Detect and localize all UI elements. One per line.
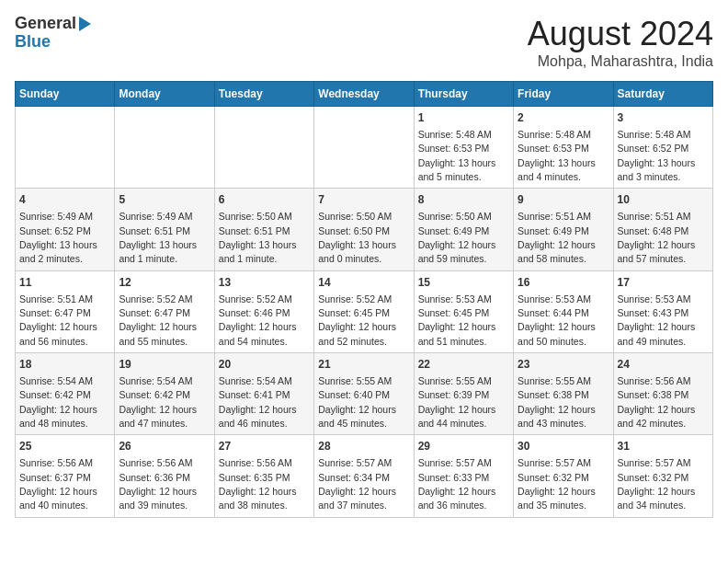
day-info: Sunrise: 5:51 AM Sunset: 6:48 PM Dayligh… <box>618 211 696 264</box>
day-number: 8 <box>418 192 509 208</box>
day-number: 13 <box>219 275 310 291</box>
weekday-header-tuesday: Tuesday <box>214 82 313 107</box>
day-info: Sunrise: 5:50 AM Sunset: 6:49 PM Dayligh… <box>418 211 496 264</box>
day-number: 23 <box>518 357 609 373</box>
day-info: Sunrise: 5:53 AM Sunset: 6:44 PM Dayligh… <box>518 293 596 347</box>
day-number: 2 <box>518 110 609 126</box>
day-info: Sunrise: 5:52 AM Sunset: 6:46 PM Dayligh… <box>219 293 297 347</box>
calendar-cell: 4Sunrise: 5:49 AM Sunset: 6:52 PM Daylig… <box>16 189 115 270</box>
day-number: 9 <box>518 192 609 208</box>
calendar-cell: 19Sunrise: 5:54 AM Sunset: 6:42 PM Dayli… <box>115 353 214 435</box>
day-info: Sunrise: 5:53 AM Sunset: 6:43 PM Dayligh… <box>618 293 696 347</box>
day-info: Sunrise: 5:53 AM Sunset: 6:45 PM Dayligh… <box>418 293 496 347</box>
day-number: 20 <box>219 357 310 373</box>
day-number: 29 <box>418 439 509 454</box>
calendar-cell: 17Sunrise: 5:53 AM Sunset: 6:43 PM Dayli… <box>613 270 712 352</box>
day-number: 14 <box>318 275 409 291</box>
day-info: Sunrise: 5:56 AM Sunset: 6:38 PM Dayligh… <box>618 375 696 429</box>
day-number: 24 <box>618 357 709 373</box>
day-info: Sunrise: 5:57 AM Sunset: 6:32 PM Dayligh… <box>618 457 696 511</box>
day-number: 3 <box>618 110 709 126</box>
calendar-cell: 21Sunrise: 5:55 AM Sunset: 6:40 PM Dayli… <box>314 353 414 435</box>
calendar-table: SundayMondayTuesdayWednesdayThursdayFrid… <box>15 81 713 518</box>
day-number: 11 <box>19 275 110 291</box>
calendar-cell: 10Sunrise: 5:51 AM Sunset: 6:48 PM Dayli… <box>613 189 712 270</box>
day-info: Sunrise: 5:48 AM Sunset: 6:52 PM Dayligh… <box>618 129 696 182</box>
calendar-title: August 2024 <box>528 15 713 53</box>
day-number: 5 <box>119 192 210 208</box>
calendar-cell: 3Sunrise: 5:48 AM Sunset: 6:52 PM Daylig… <box>613 107 712 189</box>
day-number: 30 <box>518 439 609 454</box>
week-row-5: 25Sunrise: 5:56 AM Sunset: 6:37 PM Dayli… <box>16 435 713 517</box>
calendar-cell <box>214 107 313 189</box>
day-info: Sunrise: 5:55 AM Sunset: 6:38 PM Dayligh… <box>518 375 596 429</box>
calendar-cell: 27Sunrise: 5:56 AM Sunset: 6:35 PM Dayli… <box>214 435 313 517</box>
calendar-cell: 31Sunrise: 5:57 AM Sunset: 6:32 PM Dayli… <box>613 435 712 517</box>
calendar-cell: 18Sunrise: 5:54 AM Sunset: 6:42 PM Dayli… <box>16 353 115 435</box>
day-info: Sunrise: 5:50 AM Sunset: 6:50 PM Dayligh… <box>318 211 396 264</box>
day-info: Sunrise: 5:54 AM Sunset: 6:42 PM Dayligh… <box>19 375 97 429</box>
calendar-cell: 9Sunrise: 5:51 AM Sunset: 6:49 PM Daylig… <box>514 189 613 270</box>
day-number: 17 <box>618 275 709 291</box>
logo-blue: Blue <box>15 33 91 52</box>
day-info: Sunrise: 5:54 AM Sunset: 6:41 PM Dayligh… <box>219 375 297 429</box>
day-number: 28 <box>318 439 409 454</box>
calendar-cell: 7Sunrise: 5:50 AM Sunset: 6:50 PM Daylig… <box>314 189 414 270</box>
calendar-cell: 16Sunrise: 5:53 AM Sunset: 6:44 PM Dayli… <box>514 270 613 352</box>
title-block: August 2024 Mohpa, Maharashtra, India <box>528 15 713 70</box>
day-number: 16 <box>518 275 609 291</box>
weekday-header-monday: Monday <box>115 82 214 107</box>
week-row-4: 18Sunrise: 5:54 AM Sunset: 6:42 PM Dayli… <box>16 353 713 435</box>
day-number: 1 <box>418 110 509 126</box>
day-info: Sunrise: 5:56 AM Sunset: 6:37 PM Dayligh… <box>19 457 97 511</box>
day-info: Sunrise: 5:57 AM Sunset: 6:34 PM Dayligh… <box>318 457 396 511</box>
page-header: General Blue August 2024 Mohpa, Maharash… <box>15 15 713 70</box>
day-info: Sunrise: 5:51 AM Sunset: 6:47 PM Dayligh… <box>19 293 97 347</box>
day-number: 21 <box>318 357 409 373</box>
day-info: Sunrise: 5:49 AM Sunset: 6:51 PM Dayligh… <box>119 211 197 264</box>
day-info: Sunrise: 5:52 AM Sunset: 6:45 PM Dayligh… <box>318 293 396 347</box>
calendar-cell: 2Sunrise: 5:48 AM Sunset: 6:53 PM Daylig… <box>514 107 613 189</box>
day-info: Sunrise: 5:55 AM Sunset: 6:40 PM Dayligh… <box>318 375 396 429</box>
calendar-cell: 22Sunrise: 5:55 AM Sunset: 6:39 PM Dayli… <box>414 353 513 435</box>
week-row-1: 1Sunrise: 5:48 AM Sunset: 6:53 PM Daylig… <box>16 107 713 189</box>
calendar-cell: 29Sunrise: 5:57 AM Sunset: 6:33 PM Dayli… <box>414 435 513 517</box>
day-info: Sunrise: 5:51 AM Sunset: 6:49 PM Dayligh… <box>518 211 596 264</box>
calendar-cell: 6Sunrise: 5:50 AM Sunset: 6:51 PM Daylig… <box>214 189 313 270</box>
weekday-header-wednesday: Wednesday <box>314 82 414 107</box>
day-info: Sunrise: 5:57 AM Sunset: 6:33 PM Dayligh… <box>418 457 496 511</box>
day-info: Sunrise: 5:52 AM Sunset: 6:47 PM Dayligh… <box>119 293 197 347</box>
day-info: Sunrise: 5:57 AM Sunset: 6:32 PM Dayligh… <box>518 457 596 511</box>
day-number: 27 <box>219 439 310 454</box>
calendar-cell <box>16 107 115 189</box>
day-number: 10 <box>618 192 709 208</box>
calendar-cell: 15Sunrise: 5:53 AM Sunset: 6:45 PM Dayli… <box>414 270 513 352</box>
calendar-cell: 1Sunrise: 5:48 AM Sunset: 6:53 PM Daylig… <box>414 107 513 189</box>
calendar-cell <box>314 107 414 189</box>
day-number: 18 <box>19 357 110 373</box>
calendar-cell: 14Sunrise: 5:52 AM Sunset: 6:45 PM Dayli… <box>314 270 414 352</box>
calendar-cell: 28Sunrise: 5:57 AM Sunset: 6:34 PM Dayli… <box>314 435 414 517</box>
logo: General Blue <box>15 15 91 52</box>
calendar-cell: 8Sunrise: 5:50 AM Sunset: 6:49 PM Daylig… <box>414 189 513 270</box>
calendar-cell: 26Sunrise: 5:56 AM Sunset: 6:36 PM Dayli… <box>115 435 214 517</box>
day-info: Sunrise: 5:55 AM Sunset: 6:39 PM Dayligh… <box>418 375 496 429</box>
calendar-cell: 23Sunrise: 5:55 AM Sunset: 6:38 PM Dayli… <box>514 353 613 435</box>
calendar-cell: 25Sunrise: 5:56 AM Sunset: 6:37 PM Dayli… <box>16 435 115 517</box>
weekday-header-thursday: Thursday <box>414 82 513 107</box>
day-number: 26 <box>119 439 210 454</box>
calendar-cell: 5Sunrise: 5:49 AM Sunset: 6:51 PM Daylig… <box>115 189 214 270</box>
calendar-cell <box>115 107 214 189</box>
weekday-header-saturday: Saturday <box>613 82 712 107</box>
day-info: Sunrise: 5:56 AM Sunset: 6:35 PM Dayligh… <box>219 457 297 511</box>
calendar-cell: 20Sunrise: 5:54 AM Sunset: 6:41 PM Dayli… <box>214 353 313 435</box>
weekday-header-sunday: Sunday <box>16 82 115 107</box>
day-number: 22 <box>418 357 509 373</box>
weekday-header-row: SundayMondayTuesdayWednesdayThursdayFrid… <box>16 82 713 107</box>
calendar-cell: 13Sunrise: 5:52 AM Sunset: 6:46 PM Dayli… <box>214 270 313 352</box>
day-number: 15 <box>418 275 509 291</box>
day-number: 4 <box>19 192 110 208</box>
calendar-cell: 24Sunrise: 5:56 AM Sunset: 6:38 PM Dayli… <box>613 353 712 435</box>
day-info: Sunrise: 5:48 AM Sunset: 6:53 PM Dayligh… <box>518 129 596 182</box>
week-row-3: 11Sunrise: 5:51 AM Sunset: 6:47 PM Dayli… <box>16 270 713 352</box>
